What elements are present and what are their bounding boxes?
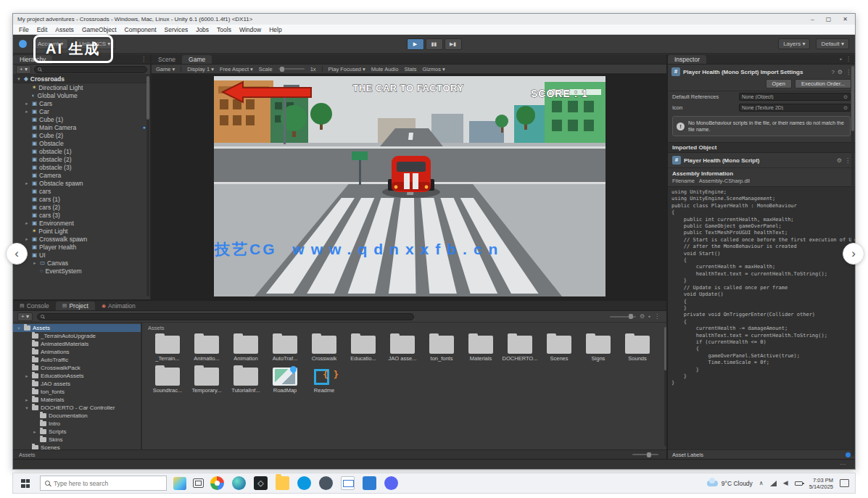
hierarchy-item[interactable]: ▸ ▣ Obstacle spawn [13,179,150,187]
tab-inspector[interactable]: Inspector [668,55,706,64]
project-tree-item[interactable]: AnimatedMaterials [13,340,141,348]
project-tree-item[interactable]: ▸ EducationAssets [13,372,141,380]
view-tab[interactable]: Game [182,55,212,64]
project-asset[interactable]: Temporary... [187,365,226,394]
hierarchy-item[interactable]: ▸ ▣ UI [13,251,150,259]
menu-item[interactable]: Assets [55,26,74,33]
hierarchy-item[interactable]: ▸ ▣ Cars [13,99,150,107]
project-tree-item[interactable]: _TerrainAutoUpgrade [13,332,141,340]
inspector-menu-icon[interactable]: ⋮ [846,56,851,62]
object-field[interactable]: None (Object) ⊙ [739,93,851,101]
network-icon[interactable] [770,481,777,486]
hierarchy-item[interactable]: ▣ Player Health [13,243,150,251]
taskbar-app-icon[interactable]: ◇ [254,476,268,490]
project-tree-item[interactable]: Documentation [13,412,141,420]
hierarchy-item[interactable]: ▣ obstacle (2) [13,155,150,163]
help-icon[interactable]: ? [831,69,834,75]
scene-header-row[interactable]: ▾ ◈ Crossroads [13,75,150,83]
project-folder[interactable]: Materials [461,333,500,362]
game-menu-dropdown[interactable]: Game ▾ [156,66,175,72]
project-tree-item[interactable]: ▾ DOCHERTO - Car Controller [13,404,141,412]
hierarchy-item[interactable]: ▣ Obstacle [13,139,150,147]
project-folder[interactable]: Crosswalk [305,333,344,362]
volume-icon[interactable]: ◀ [783,480,788,486]
taskbar-clock[interactable]: 7:03 PM 5/14/2025 [809,477,833,490]
project-tree-item[interactable]: CrosswalkPack [13,364,141,372]
hierarchy-scrollbar[interactable] [146,76,149,296]
project-folder[interactable]: Educatio... [344,333,383,362]
add-gameobject-button[interactable]: + ▾ [16,65,31,74]
gear-icon[interactable]: ⚙ [838,69,843,75]
hierarchy-search-input[interactable] [44,66,144,72]
carousel-prev-button[interactable]: ‹ [6,243,28,265]
menu-item[interactable]: File [19,26,29,33]
project-folder[interactable]: _Terrain... [148,333,187,362]
menu-item[interactable]: GameObject [82,26,117,33]
project-asset[interactable]: Readme [305,365,344,394]
taskbar-app-icon[interactable] [210,476,224,490]
carousel-next-button[interactable]: › [843,243,864,265]
hierarchy-item[interactable]: ▣ obstacle (1) [13,147,150,155]
play-button[interactable]: ▶ [407,38,424,50]
open-script-button[interactable]: Open [766,79,792,88]
project-tree-item[interactable]: ▸ Scripts [13,428,141,436]
stats-toggle[interactable]: Stats [404,66,416,72]
hierarchy-item[interactable]: ▸ ▣ Crosswalk spawn [13,235,150,243]
project-asset[interactable]: TutorialInf... [226,365,265,394]
hierarchy-item[interactable]: ▣ cars (3) [13,211,150,219]
taskbar-app-icon[interactable] [319,476,333,490]
taskbar-app-icon[interactable] [232,476,246,490]
foldout-icon[interactable]: ▸ [32,429,38,435]
tray-expand-icon[interactable]: ∧ [759,480,764,486]
foldout-icon[interactable]: ▸ [24,397,30,403]
inspector-lock-icon[interactable]: ▪ [840,56,842,62]
project-tree-item[interactable]: ▸ Materials [13,396,141,404]
display-dropdown[interactable]: Display 1 ▾ [187,66,214,72]
hierarchy-item[interactable]: ▣ cars [13,187,150,195]
maximize-button[interactable]: ▢ [826,16,832,22]
panel-menu-icon[interactable]: ⋮ [654,313,660,320]
project-tree-item[interactable]: ▾ Assets [13,324,141,332]
execution-order-button[interactable]: Execution Order... [795,79,851,88]
project-folder[interactable]: ton_fonts [422,333,461,362]
hierarchy-item[interactable]: ▸ ▭ Canvas [13,259,150,267]
scale-slider[interactable] [278,68,305,70]
close-button[interactable]: ✕ [843,16,848,22]
hierarchy-item[interactable]: ▸ ▣ Environment [13,219,150,227]
menu-item[interactable]: Edit [37,26,48,33]
taskbar-search-input[interactable] [54,480,162,487]
step-button[interactable]: ▶▮ [445,38,462,50]
project-search-input[interactable] [46,313,410,320]
gizmos-dropdown[interactable]: Gizmos ▾ [422,66,445,72]
add-asset-button[interactable]: + ▾ [17,312,33,321]
view-tab[interactable]: Scene [152,54,182,64]
hierarchy-item[interactable]: ✶ Point Light [13,227,150,235]
foldout-icon[interactable]: ▸ [24,180,30,186]
project-folder[interactable]: AutoTraf... [265,333,305,362]
foldout-icon[interactable]: ▾ [16,325,22,331]
hierarchy-item[interactable]: ✶ Directional Light [13,83,150,91]
taskbar-app-icon[interactable] [384,476,398,490]
project-tree-item[interactable]: Scenes [13,444,141,449]
mute-audio-toggle[interactable]: Mute Audio [371,66,399,72]
menu-item[interactable]: Tools [217,26,231,33]
hierarchy-item[interactable]: ▣ obstacle (3) [13,163,150,171]
hierarchy-item[interactable]: ▣ Cube (2) [13,131,150,139]
panel-menu-icon[interactable]: ⋮ [141,56,146,62]
project-tree-item[interactable]: Intro [13,420,141,428]
menu-item[interactable]: Window [239,26,261,33]
taskbar-app-icon[interactable] [276,476,289,490]
project-folder[interactable]: Scenes [540,333,579,362]
menu-item[interactable]: Component [125,26,157,33]
menu-item[interactable]: Services [165,26,189,33]
project-tree-item[interactable]: ton_fonts [13,388,141,396]
project-asset[interactable]: RoadMap [265,365,305,394]
project-tree-item[interactable]: AutoTraffic [13,356,141,364]
pause-button[interactable]: ▮▮ [426,38,443,50]
menu-icon[interactable]: ⋮ [846,69,851,75]
weather-widget[interactable]: 9°C Cloudy [707,480,753,487]
account-avatar-icon[interactable] [19,40,27,48]
status-menu-icon[interactable]: ⋯ [840,461,846,468]
project-tree-item[interactable]: Skins [13,436,141,444]
widgets-icon[interactable] [173,477,186,490]
